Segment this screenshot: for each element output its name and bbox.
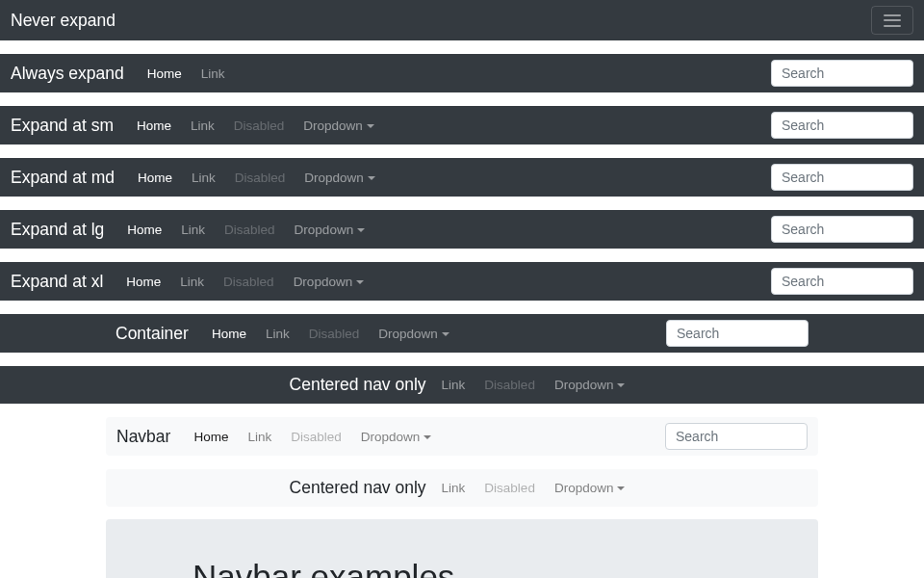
search-input[interactable] [771,60,913,87]
hamburger-icon [884,25,901,27]
nav-items: Home Link Disabled Dropdown [202,321,666,347]
navbar-container: Container Home Link Disabled Dropdown [0,314,924,353]
navbar-always-expand: Always expand Home Link [0,54,924,92]
nav-link-disabled: Disabled [224,113,295,139]
brand[interactable]: Container [116,324,189,344]
brand[interactable]: Always expand [11,64,124,84]
nav-link-home[interactable]: Home [127,113,181,139]
nav-link-disabled: Disabled [281,424,351,450]
navbar-toggler[interactable] [871,6,913,35]
nav-link-home[interactable]: Home [117,217,171,243]
brand[interactable]: Centered nav only [290,478,426,498]
navbar-centered-dark: Centered nav only Link Disabled Dropdown [0,366,924,404]
brand[interactable]: Centered nav only [290,375,426,395]
nav-link-disabled: Disabled [475,372,545,398]
search-input[interactable] [771,268,913,295]
nav-link-home[interactable]: Home [116,269,170,295]
navbar-expand-xl: Expand at xl Home Link Disabled Dropdown [0,262,924,301]
nav-link-dropdown[interactable]: Dropdown [285,217,375,243]
brand[interactable]: Expand at lg [11,220,104,240]
nav-link-disabled: Disabled [299,321,370,347]
brand[interactable]: Expand at xl [11,272,103,292]
navbar-expand-sm: Expand at sm Home Link Disabled Dropdown [0,106,924,144]
nav-link-dropdown[interactable]: Dropdown [351,424,442,450]
nav-items: Home Link Disabled Dropdown [184,424,665,450]
nav-link-link[interactable]: Link [432,372,475,398]
navbar-never-expand: Never expand [0,0,924,40]
navbar-light: Navbar Home Link Disabled Dropdown [106,417,818,456]
nav-link-link[interactable]: Link [171,217,215,243]
nav-link-dropdown[interactable]: Dropdown [284,269,374,295]
nav-link-link[interactable]: Link [256,321,299,347]
hamburger-icon [884,19,901,21]
jumbotron: Navbar examples This example is a quick … [106,519,818,578]
jumbo-title: Navbar examples [192,558,732,578]
search-input[interactable] [771,164,913,191]
nav-link-disabled: Disabled [215,217,285,243]
navbar-centered-light: Centered nav only Link Disabled Dropdown [106,469,818,507]
brand[interactable]: Expand at md [11,168,115,188]
search-input[interactable] [665,423,808,450]
search-input[interactable] [666,320,808,347]
nav-link-disabled: Disabled [214,269,284,295]
nav-items: Home Link [138,61,771,87]
search-input[interactable] [771,112,913,139]
nav-link-dropdown[interactable]: Dropdown [295,165,385,191]
nav-link-home[interactable]: Home [202,321,256,347]
nav-link-dropdown[interactable]: Dropdown [294,113,384,139]
nav-items: Home Link Disabled Dropdown [128,165,771,191]
nav-link-link[interactable]: Link [181,113,224,139]
navbar-expand-md: Expand at md Home Link Disabled Dropdown [0,158,924,197]
search-input[interactable] [771,216,913,243]
nav-link-home[interactable]: Home [138,61,192,87]
nav-link-link[interactable]: Link [170,269,214,295]
nav-link-home[interactable]: Home [184,424,238,450]
nav-link-link[interactable]: Link [432,475,475,501]
nav-items: Home Link Disabled Dropdown [127,113,771,139]
nav-link-dropdown[interactable]: Dropdown [545,475,635,501]
brand[interactable]: Navbar [116,427,170,447]
nav-items: Home Link Disabled Dropdown [117,217,771,243]
nav-link-link[interactable]: Link [192,61,235,87]
nav-link-disabled: Disabled [475,475,545,501]
brand[interactable]: Expand at sm [11,116,114,136]
brand[interactable]: Never expand [11,11,116,31]
nav-link-link[interactable]: Link [238,424,281,450]
nav-items: Home Link Disabled Dropdown [116,269,771,295]
nav-link-link[interactable]: Link [182,165,225,191]
nav-link-disabled: Disabled [225,165,295,191]
hamburger-icon [884,14,901,16]
nav-link-home[interactable]: Home [128,165,182,191]
navbar-expand-lg: Expand at lg Home Link Disabled Dropdown [0,210,924,249]
nav-link-dropdown[interactable]: Dropdown [369,321,459,347]
nav-link-dropdown[interactable]: Dropdown [545,372,635,398]
